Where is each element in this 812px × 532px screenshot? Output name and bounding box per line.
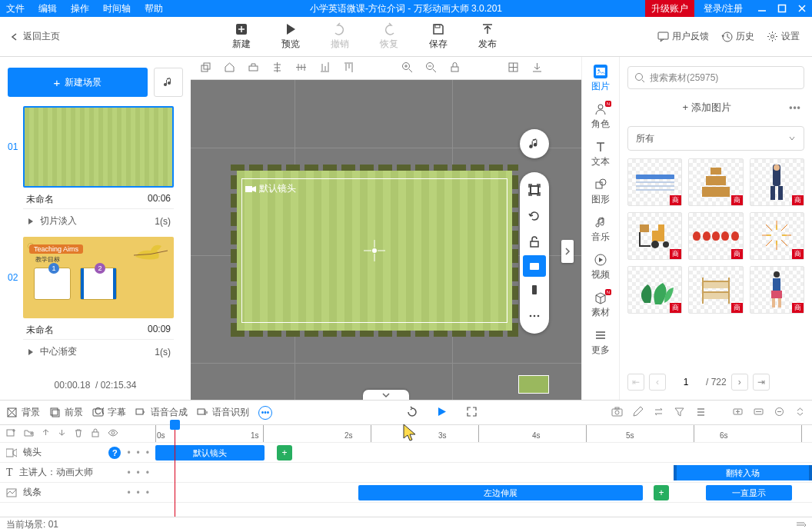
menu-file[interactable]: 文件 [6,2,25,15]
lock-icon[interactable] [449,62,461,75]
fg-button[interactable]: 前景 [49,406,83,419]
preview-button[interactable]: 预览 [266,22,315,51]
clip-show[interactable]: 一直显示 [706,485,792,500]
tl-folder-icon[interactable] [24,427,34,440]
asset-item[interactable]: 商 [627,212,682,260]
alignb-icon[interactable] [319,62,331,75]
page-last[interactable]: ⇥ [753,374,770,391]
scene-transition-2[interactable]: 中心渐变1(s) [23,343,174,363]
dock-asset[interactable]: N素材 [582,291,619,319]
dock-text[interactable]: 文本 [582,140,619,168]
undo-button[interactable]: 撤销 [315,22,364,51]
save-button[interactable]: 保存 [414,22,463,51]
dock-role[interactable]: N角色 [582,102,619,131]
expand-tl-icon[interactable] [794,406,806,420]
zoom-out-tl-icon[interactable] [774,406,785,420]
distribute-icon[interactable] [295,62,307,75]
feedback-button[interactable]: 用户反馈 [657,30,709,43]
maximize-icon[interactable] [772,0,792,17]
add-clip-icon[interactable]: + [277,445,292,461]
dock-more[interactable]: 更多 [582,328,619,357]
alignt-icon[interactable] [343,62,354,75]
timeline-ruler[interactable]: 0s1s2s3s4s5s6s [155,425,812,442]
dock-video[interactable]: 视频 [582,253,619,281]
download-icon[interactable] [531,62,543,75]
asr-button[interactable]: 语音识别 [197,406,249,419]
swap-icon[interactable] [653,406,664,420]
zoom-in-icon[interactable] [401,62,413,75]
menu-ops[interactable]: 操作 [71,2,89,15]
clip-camera[interactable]: 默认镜头 [155,445,265,461]
close-icon[interactable] [792,0,812,17]
asset-item[interactable]: 商 [750,158,804,206]
dock-shape[interactable]: 图形 [582,178,619,206]
playhead[interactable] [175,426,175,517]
asset-item[interactable]: 商 [688,158,743,206]
asset-item[interactable]: 商 [627,266,682,314]
tl-up-icon[interactable] [42,428,50,439]
dock-image[interactable]: 图片 [582,65,619,93]
align-icon[interactable] [271,62,283,75]
settings-button[interactable]: 设置 [767,30,800,43]
page-prev[interactable]: ‹ [649,374,666,391]
zoom-in-tl-icon[interactable] [732,406,744,420]
fullscreen-icon[interactable] [466,406,478,420]
float-more-icon[interactable] [520,303,549,329]
tl-del-icon[interactable] [74,428,83,440]
new-scene-button[interactable]: +新建场景 [8,68,148,97]
float-music-icon[interactable] [520,129,549,158]
list-icon[interactable] [694,406,706,420]
tl-lock-icon[interactable] [91,428,100,440]
clip-extend[interactable]: 左边伸展 [358,485,643,500]
dock-music[interactable]: 音乐 [582,215,619,244]
status-collapse-icon[interactable] [795,520,806,530]
more-icon[interactable]: ••• [786,102,804,113]
history-button[interactable]: 历史 [721,30,754,43]
grid-icon[interactable] [508,62,519,75]
page-first[interactable]: ⇤ [627,374,644,391]
back-home[interactable]: 返回主页 [0,30,71,43]
publish-button[interactable]: 发布 [463,22,512,51]
login-register[interactable]: 登录/注册 [694,0,752,17]
canvas-stage[interactable]: 默认镜头 [191,80,581,400]
more-button[interactable]: ••• [258,406,272,420]
asset-item[interactable]: 商 [750,266,804,314]
canvas-tool-icon[interactable] [248,62,259,75]
camera-icon[interactable] [611,406,623,420]
add-clip-icon[interactable]: + [654,485,669,500]
home-icon[interactable] [224,62,235,75]
layers-icon[interactable] [200,62,211,75]
float-fill-icon[interactable] [523,255,546,277]
menu-edit[interactable]: 编辑 [38,2,57,15]
asset-item[interactable]: 商 [750,212,804,260]
expand-handle-icon[interactable] [561,240,574,263]
zoom-fit-tl-icon[interactable] [753,406,764,420]
float-device-icon[interactable] [520,277,549,303]
page-next[interactable]: › [731,374,748,391]
play-icon[interactable] [436,406,448,420]
asset-item[interactable]: 商 [688,212,743,260]
scene-item-1[interactable]: 01 未命名00:06 切片淡入1(s) [8,106,183,232]
stage-handle-icon[interactable] [363,390,409,400]
add-image-button[interactable]: + 添加图片 [627,101,786,115]
float-frame-icon[interactable] [520,177,549,203]
tts-button[interactable]: 语音合成 [135,406,188,419]
tl-down-icon[interactable] [58,428,66,439]
asset-item[interactable]: 商 [627,158,682,206]
scene-item-2[interactable]: 02 Teaching Aims 教学目标 12 未命名00:09 中心渐变1(… [8,237,183,363]
tl-eye-icon[interactable] [108,428,118,440]
new-button[interactable]: 新建 [217,22,266,51]
float-rotate-icon[interactable] [520,203,549,229]
menu-help[interactable]: 帮助 [145,2,163,15]
bg-button[interactable]: 背景 [6,406,40,419]
edit-icon[interactable] [632,406,644,420]
redo-button[interactable]: 恢复 [364,22,414,51]
asset-item[interactable]: 商 [688,266,743,314]
filter-icon[interactable] [674,406,685,420]
tl-add-icon[interactable] [6,427,16,440]
menu-timeline[interactable]: 时间轴 [103,2,131,15]
help-icon[interactable]: ? [108,447,121,459]
upgrade-account[interactable]: 升级账户 [645,0,694,17]
bgm-button[interactable] [154,68,183,97]
subtitle-button[interactable]: CC字幕 [92,406,126,419]
